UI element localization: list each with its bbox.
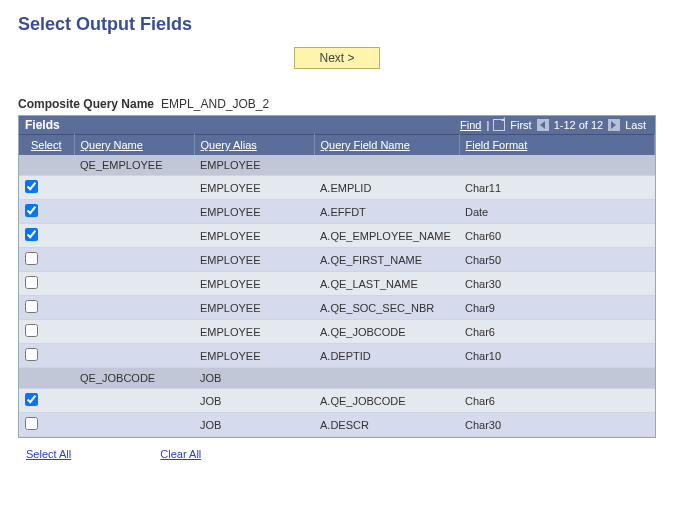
select-checkbox[interactable] (25, 300, 38, 313)
select-checkbox[interactable] (25, 393, 38, 406)
table-row: JOBA.DESCRChar30 (19, 413, 655, 437)
cell-query-field-name: A.QE_JOBCODE (314, 320, 459, 344)
table-row: EMPLOYEEA.EMPLIDChar11 (19, 176, 655, 200)
select-checkbox[interactable] (25, 204, 38, 217)
table-row: EMPLOYEEA.DEPTIDChar10 (19, 344, 655, 368)
grid-header-bar: Fields Find | First 1-12 of 12 Last (19, 116, 655, 134)
cell-query-name (74, 296, 194, 320)
cell-field-format: Char50 (459, 248, 655, 272)
cell-field-format (459, 368, 655, 389)
col-field-format[interactable]: Field Format (466, 139, 528, 151)
grid-title: Fields (25, 118, 60, 132)
field-group-row: QE_EMPLOYEEEMPLOYEE (19, 155, 655, 176)
cell-query-name: QE_JOBCODE (74, 368, 194, 389)
field-group-row: QE_JOBCODEJOB (19, 368, 655, 389)
cell-query-field-name (314, 368, 459, 389)
cell-query-field-name: A.QE_SOC_SEC_NBR (314, 296, 459, 320)
cell-query-name (74, 200, 194, 224)
table-row: EMPLOYEEA.QE_JOBCODEChar6 (19, 320, 655, 344)
cell-query-name (74, 272, 194, 296)
next-button[interactable]: Next > (294, 47, 379, 69)
cell-query-name (74, 389, 194, 413)
select-all-link[interactable]: Select All (26, 448, 71, 460)
table-row: EMPLOYEEA.QE_EMPLOYEE_NAMEChar60 (19, 224, 655, 248)
cell-field-format (459, 155, 655, 176)
cell-query-alias: EMPLOYEE (194, 272, 314, 296)
cell-query-name (74, 224, 194, 248)
cell-query-field-name: A.EMPLID (314, 176, 459, 200)
cell-query-field-name (314, 155, 459, 176)
cell-query-alias: JOB (194, 389, 314, 413)
table-row: EMPLOYEEA.QE_FIRST_NAMEChar50 (19, 248, 655, 272)
cell-field-format: Char6 (459, 389, 655, 413)
select-checkbox[interactable] (25, 252, 38, 265)
clear-all-link[interactable]: Clear All (160, 448, 201, 460)
cell-query-alias: EMPLOYEE (194, 320, 314, 344)
cell-query-alias: EMPLOYEE (194, 224, 314, 248)
cell-query-name (74, 320, 194, 344)
prev-icon[interactable] (537, 119, 549, 131)
select-checkbox[interactable] (25, 348, 38, 361)
cell-query-alias: EMPLOYEE (194, 200, 314, 224)
column-header-row: Select Query Name Query Alias Query Fiel… (19, 135, 655, 156)
nav-first-label: First (510, 119, 531, 131)
next-icon[interactable] (608, 119, 620, 131)
cell-query-field-name: A.QE_JOBCODE (314, 389, 459, 413)
cell-query-alias: EMPLOYEE (194, 344, 314, 368)
cell-query-alias: EMPLOYEE (194, 155, 314, 176)
cell-query-field-name: A.DESCR (314, 413, 459, 437)
table-row: EMPLOYEEA.EFFDTDate (19, 200, 655, 224)
cell-query-name (74, 176, 194, 200)
cell-query-name (74, 248, 194, 272)
cell-query-name (74, 344, 194, 368)
cell-field-format: Char9 (459, 296, 655, 320)
cell-query-field-name: A.EFFDT (314, 200, 459, 224)
col-select[interactable]: Select (31, 139, 62, 151)
find-link[interactable]: Find (460, 119, 481, 131)
select-checkbox[interactable] (25, 417, 38, 430)
cell-query-alias: JOB (194, 368, 314, 389)
cell-query-alias: EMPLOYEE (194, 296, 314, 320)
cell-query-field-name: A.QE_LAST_NAME (314, 272, 459, 296)
select-checkbox[interactable] (25, 276, 38, 289)
cell-query-alias: JOB (194, 413, 314, 437)
cell-query-alias: EMPLOYEE (194, 248, 314, 272)
col-query-name[interactable]: Query Name (81, 139, 143, 151)
nav-range: 1-12 of 12 (554, 119, 604, 131)
cell-query-alias: EMPLOYEE (194, 176, 314, 200)
select-checkbox[interactable] (25, 228, 38, 241)
select-checkbox[interactable] (25, 180, 38, 193)
nav-last-label: Last (625, 119, 646, 131)
cell-query-field-name: A.QE_FIRST_NAME (314, 248, 459, 272)
col-query-alias[interactable]: Query Alias (201, 139, 257, 151)
cell-field-format: Char6 (459, 320, 655, 344)
cell-field-format: Char10 (459, 344, 655, 368)
cell-query-name: QE_EMPLOYEE (74, 155, 194, 176)
cell-field-format: Char30 (459, 272, 655, 296)
table-row: JOBA.QE_JOBCODEChar6 (19, 389, 655, 413)
cell-query-name (74, 413, 194, 437)
select-checkbox[interactable] (25, 324, 38, 337)
cell-field-format: Date (459, 200, 655, 224)
cell-query-field-name: A.DEPTID (314, 344, 459, 368)
table-row: EMPLOYEEA.QE_LAST_NAMEChar30 (19, 272, 655, 296)
fields-grid: Fields Find | First 1-12 of 12 Last Sele… (18, 115, 656, 438)
table-row: EMPLOYEEA.QE_SOC_SEC_NBRChar9 (19, 296, 655, 320)
cell-field-format: Char11 (459, 176, 655, 200)
page-title: Select Output Fields (18, 14, 656, 35)
cell-field-format: Char30 (459, 413, 655, 437)
col-query-field-name[interactable]: Query Field Name (321, 139, 410, 151)
cell-field-format: Char60 (459, 224, 655, 248)
composite-query-value: EMPL_AND_JOB_2 (161, 97, 269, 111)
composite-query-label: Composite Query Name (18, 97, 154, 111)
cell-query-field-name: A.QE_EMPLOYEE_NAME (314, 224, 459, 248)
popout-icon[interactable] (493, 119, 505, 131)
